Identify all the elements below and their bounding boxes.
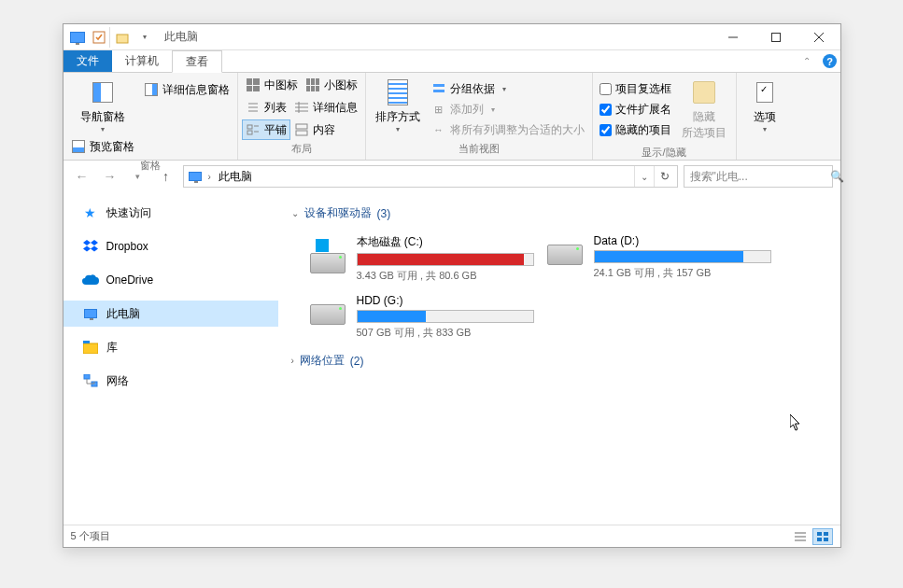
nav-pane-button[interactable]: 导航窗格 ▾: [67, 75, 138, 136]
svg-rect-23: [84, 374, 90, 379]
svg-rect-19: [433, 84, 444, 87]
ribbon-group-options: 选项 ▾: [737, 73, 793, 160]
drive-free-text: 3.43 GB 可用 , 共 80.6 GB: [357, 269, 534, 283]
explorer-window: ▾ 此电脑 文件 计算机 查看 ⌃ ?: [63, 23, 841, 548]
search-input[interactable]: [690, 170, 830, 183]
dropbox-icon: [82, 238, 99, 255]
back-button[interactable]: ←: [71, 165, 93, 188]
svg-rect-13: [247, 125, 252, 129]
groupby-button[interactable]: 分组依据▾: [428, 78, 588, 99]
drive-free-text: 24.1 GB 可用 , 共 157 GB: [594, 266, 771, 280]
svg-rect-3: [771, 33, 780, 41]
breadcrumb-thispc[interactable]: 此电脑: [215, 169, 256, 185]
svg-rect-32: [824, 532, 828, 536]
view-details-button[interactable]: [790, 528, 811, 545]
libraries-icon: [82, 339, 99, 356]
group-drives-header[interactable]: ⌄ 设备和驱动器 (3): [291, 202, 827, 225]
hide-selected-button: 隐藏 所选项目: [676, 75, 732, 144]
recent-locations-button[interactable]: ▾: [127, 165, 149, 188]
app-icon[interactable]: [67, 27, 88, 48]
layout-small-icons[interactable]: 小图标: [302, 75, 361, 95]
qat-dropdown-icon[interactable]: ▾: [134, 27, 155, 48]
forward-button[interactable]: →: [99, 165, 121, 188]
star-icon: ★: [82, 204, 99, 221]
location-dropdown-icon[interactable]: ⌄: [634, 166, 654, 187]
group-currentview-label: 当前视图: [370, 140, 588, 158]
ribbon-tabs: 文件 计算机 查看 ⌃ ?: [63, 50, 840, 73]
layout-details[interactable]: 详细信息: [290, 97, 361, 118]
check-itemcheckbox[interactable]: 项目复选框: [597, 78, 674, 99]
ribbon-body: 导航窗格 ▾ 预览窗格 详细信息窗格 窗格: [63, 73, 840, 161]
preview-pane-button[interactable]: 预览窗格: [67, 136, 138, 157]
chevron-right-icon[interactable]: ›: [205, 172, 215, 182]
group-netloc-header[interactable]: › 网络位置 (2): [291, 349, 827, 372]
drive-d[interactable]: Data (D:) 24.1 GB 可用 , 共 157 GB: [542, 231, 775, 287]
window-title: 此电脑: [159, 29, 712, 45]
ribbon-collapse-icon[interactable]: ⌃: [794, 50, 820, 72]
svg-rect-17: [296, 124, 307, 129]
drive-usage-bar: [357, 310, 534, 323]
drive-icon: [545, 234, 585, 275]
sidebar-item-thispc[interactable]: 此电脑: [63, 301, 278, 327]
svg-rect-14: [247, 131, 252, 134]
sidebar-item-libraries[interactable]: 库: [63, 334, 278, 360]
svg-rect-20: [433, 90, 444, 92]
drives-container: 本地磁盘 (C:) 3.43 GB 可用 , 共 80.6 GB Data (D…: [291, 225, 827, 349]
sidebar-item-quickaccess[interactable]: ★ 快速访问: [63, 200, 278, 226]
ribbon-group-panes: 导航窗格 ▾ 预览窗格 详细信息窗格 窗格: [63, 73, 238, 160]
view-toggle: [790, 528, 833, 545]
up-button[interactable]: ↑: [155, 165, 177, 188]
breadcrumb-bar[interactable]: › 此电脑 ⌄ ↻: [183, 165, 678, 188]
content-area[interactable]: ⌄ 设备和驱动器 (3) 本地磁盘 (C:) 3.43 GB 可用 , 共 80…: [278, 192, 840, 525]
nav-pane-label: 导航窗格: [80, 109, 125, 125]
sidebar-item-network[interactable]: 网络: [63, 368, 278, 394]
search-icon[interactable]: 🔍: [830, 170, 844, 183]
tab-computer[interactable]: 计算机: [112, 50, 172, 72]
layout-tiles[interactable]: 平铺: [242, 119, 290, 140]
layout-content[interactable]: 内容: [290, 119, 339, 140]
drive-name: Data (D:): [594, 234, 771, 247]
chevron-down-icon: ⌄: [291, 208, 299, 218]
drive-g[interactable]: HDD (G:) 507 GB 可用 , 共 833 GB: [304, 290, 538, 343]
drive-icon: [308, 294, 347, 335]
svg-rect-31: [817, 532, 822, 536]
cursor-icon: [790, 414, 803, 431]
svg-rect-34: [824, 538, 828, 541]
sidebar-item-onedrive[interactable]: OneDrive: [63, 267, 278, 293]
layout-medium-icons[interactable]: 中图标: [242, 75, 302, 95]
options-button[interactable]: 选项 ▾: [741, 75, 789, 136]
details-pane-button[interactable]: 详细信息窗格: [140, 79, 233, 100]
navigation-bar: ← → ▾ ↑ › 此电脑 ⌄ ↻ 🔍: [63, 161, 840, 192]
tab-file[interactable]: 文件: [63, 50, 112, 72]
search-box[interactable]: 🔍: [684, 165, 833, 188]
refresh-button[interactable]: ↻: [654, 166, 675, 187]
help-button[interactable]: ?: [820, 50, 840, 72]
drive-name: 本地磁盘 (C:): [357, 234, 534, 250]
close-button[interactable]: [797, 24, 840, 50]
location-icon: [186, 167, 205, 186]
pc-icon: [82, 305, 99, 322]
qat-properties-icon[interactable]: [90, 27, 110, 48]
check-extensions[interactable]: 文件扩展名: [597, 99, 674, 119]
addcols-button: ⊞添加列▾: [428, 99, 588, 119]
maximize-button[interactable]: [755, 24, 797, 50]
title-bar: ▾ 此电脑: [63, 24, 840, 50]
chevron-right-icon: ›: [291, 356, 294, 366]
drive-name: HDD (G:): [357, 294, 534, 307]
svg-rect-22: [83, 341, 90, 343]
svg-rect-1: [117, 35, 128, 43]
layout-list[interactable]: 列表: [242, 97, 290, 118]
drive-usage-bar: [594, 250, 771, 263]
sidebar-item-dropbox[interactable]: Dropbox: [63, 233, 278, 259]
drive-c[interactable]: 本地磁盘 (C:) 3.43 GB 可用 , 共 80.6 GB: [304, 231, 538, 287]
status-item-count: 5 个项目: [71, 529, 110, 543]
svg-rect-18: [296, 131, 307, 135]
check-hidden[interactable]: 隐藏的项目: [597, 119, 674, 140]
minimize-button[interactable]: [712, 24, 755, 50]
qat-new-folder-icon[interactable]: [112, 27, 133, 48]
tab-view[interactable]: 查看: [172, 50, 222, 73]
sizecols-button: ↔将所有列调整为合适的大小: [428, 119, 588, 140]
group-showhide-label: 显示/隐藏: [597, 144, 732, 161]
view-tiles-button[interactable]: [812, 528, 833, 545]
sort-button[interactable]: 排序方式 ▾: [370, 75, 426, 136]
